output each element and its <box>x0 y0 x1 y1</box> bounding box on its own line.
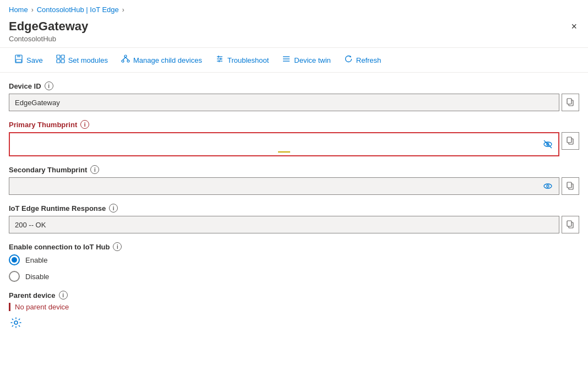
enable-connection-info-icon[interactable]: i <box>113 242 122 251</box>
set-modules-label: Set modules <box>68 56 108 64</box>
page-subtitle: ContosolotHub <box>9 35 579 43</box>
manage-child-label: Manage child devices <box>133 56 202 64</box>
refresh-label: Refresh <box>356 56 382 64</box>
primary-thumbprint-group: Primary Thumbprint i <box>9 120 579 156</box>
enable-radio-label: Enable <box>25 256 47 264</box>
primary-thumbprint-eye-button[interactable] <box>541 137 555 151</box>
svg-rect-27 <box>567 137 571 143</box>
yellow-underline <box>278 151 290 153</box>
svg-point-9 <box>127 60 129 62</box>
save-button[interactable]: Save <box>9 51 48 69</box>
enable-connection-radio-group: Enable Disable <box>9 254 579 282</box>
parent-device-value: No parent device <box>9 303 579 311</box>
runtime-response-input[interactable] <box>9 216 559 233</box>
secondary-thumbprint-input-row <box>9 177 579 195</box>
device-id-input-row <box>9 94 579 111</box>
breadcrumb-hub[interactable]: ContosolotHub | IoT Edge <box>37 6 119 14</box>
disable-radio-item[interactable]: Disable <box>9 271 579 282</box>
content-area: Device ID i Primary Thumbprint i <box>0 73 588 339</box>
device-id-label: Device ID i <box>9 81 579 90</box>
enable-radio-item[interactable]: Enable <box>9 254 579 265</box>
copy-icon <box>566 137 575 145</box>
svg-line-11 <box>126 57 128 60</box>
svg-point-8 <box>122 60 124 62</box>
primary-thumbprint-info-icon[interactable]: i <box>80 120 89 129</box>
page-title: EdgeGateway <box>9 19 579 34</box>
set-modules-icon <box>56 55 65 66</box>
device-id-copy-button[interactable] <box>562 94 579 111</box>
breadcrumb-home[interactable]: Home <box>9 6 28 14</box>
gear-icon <box>10 317 22 329</box>
set-modules-button[interactable]: Set modules <box>51 51 113 69</box>
parent-device-info-icon[interactable]: i <box>59 291 68 300</box>
copy-icon <box>566 220 575 229</box>
troubleshoot-icon <box>215 55 224 66</box>
device-id-group: Device ID i <box>9 81 579 111</box>
svg-line-10 <box>123 57 126 60</box>
secondary-thumbprint-eye-button[interactable] <box>541 179 555 193</box>
svg-rect-6 <box>61 59 64 63</box>
svg-rect-3 <box>57 55 60 58</box>
svg-point-29 <box>547 185 549 187</box>
runtime-response-input-row <box>9 216 579 233</box>
secondary-thumbprint-label: Secondary Thumbprint i <box>9 165 579 174</box>
enable-radio-circle <box>9 254 20 265</box>
runtime-response-group: IoT Edge Runtime Response i <box>9 204 579 233</box>
secondary-thumbprint-info-icon[interactable]: i <box>90 165 99 174</box>
svg-rect-2 <box>16 59 21 62</box>
breadcrumb-sep2: › <box>122 6 124 14</box>
save-label: Save <box>26 56 43 64</box>
save-icon <box>14 55 23 66</box>
toolbar: Save Set modules Manage child devices <box>0 47 588 73</box>
svg-rect-4 <box>61 55 64 58</box>
copy-icon <box>566 182 575 190</box>
refresh-icon <box>344 55 353 66</box>
eye-icon <box>543 181 553 191</box>
refresh-button[interactable]: Refresh <box>339 51 387 69</box>
troubleshoot-button[interactable]: Troubleshoot <box>210 51 274 69</box>
manage-child-button[interactable]: Manage child devices <box>116 51 208 69</box>
secondary-thumbprint-group: Secondary Thumbprint i <box>9 165 579 195</box>
copy-icon <box>566 98 575 107</box>
device-twin-icon <box>282 55 291 66</box>
runtime-response-label: IoT Edge Runtime Response i <box>9 204 579 213</box>
svg-point-28 <box>544 184 552 188</box>
disable-radio-label: Disable <box>25 273 49 281</box>
device-id-input[interactable] <box>9 94 559 111</box>
header-section: EdgeGateway ContosolotHub × <box>0 17 588 47</box>
svg-rect-5 <box>57 59 60 63</box>
breadcrumb-sep1: › <box>31 6 34 14</box>
enable-connection-group: Enable connection to IoT Hub i Enable Di… <box>9 242 579 282</box>
breadcrumb: Home › ContosolotHub | IoT Edge › <box>0 0 588 17</box>
primary-thumbprint-label: Primary Thumbprint i <box>9 120 579 129</box>
svg-rect-33 <box>567 221 571 226</box>
eye-slash-icon <box>543 139 553 149</box>
runtime-response-copy-button[interactable] <box>562 216 579 233</box>
secondary-thumbprint-input[interactable] <box>9 177 559 195</box>
enable-connection-label: Enable connection to IoT Hub i <box>9 242 579 251</box>
parent-device-settings-button[interactable] <box>9 315 23 330</box>
svg-rect-22 <box>567 99 571 104</box>
svg-point-7 <box>124 55 127 57</box>
device-twin-label: Device twin <box>294 56 330 64</box>
troubleshoot-label: Troubleshoot <box>227 56 269 64</box>
secondary-thumbprint-copy-button[interactable] <box>562 177 579 195</box>
svg-rect-31 <box>567 182 571 188</box>
primary-thumbprint-input[interactable] <box>13 137 541 152</box>
svg-rect-1 <box>17 55 20 57</box>
runtime-response-info-icon[interactable]: i <box>109 204 118 213</box>
svg-point-34 <box>14 321 18 324</box>
svg-line-25 <box>544 140 552 148</box>
device-id-info-icon[interactable]: i <box>45 81 53 90</box>
device-twin-button[interactable]: Device twin <box>276 51 336 69</box>
close-button[interactable]: × <box>569 19 579 34</box>
parent-device-label: Parent device i <box>9 291 579 300</box>
manage-child-icon <box>121 55 130 66</box>
disable-radio-circle <box>9 271 20 282</box>
primary-thumbprint-copy-button[interactable] <box>562 132 579 150</box>
parent-device-section: Parent device i No parent device <box>9 291 579 330</box>
primary-thumbprint-input-row <box>9 132 579 156</box>
